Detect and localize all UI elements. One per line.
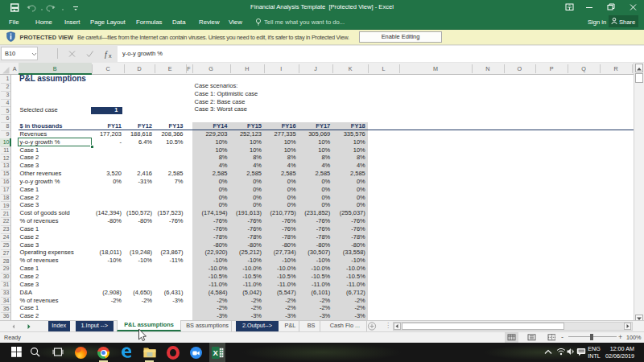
svg-text:f: f: [105, 50, 108, 59]
svg-text:x: x: [109, 53, 112, 59]
svg-text:X: X: [213, 348, 218, 357]
